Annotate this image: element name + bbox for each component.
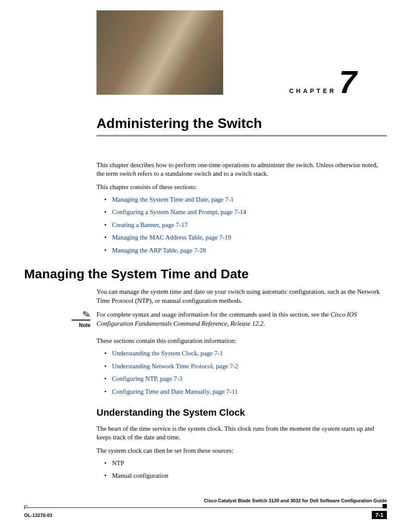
title-rule <box>97 135 387 137</box>
sections-list: Managing the System Time and Date, page … <box>104 196 387 255</box>
footer-document-id: OL-13270-03 <box>24 513 52 518</box>
list-item: Managing the MAC Address Table, page 7-1… <box>104 233 387 242</box>
subsection-link[interactable]: Configuring NTP, page 7-3 <box>112 375 182 382</box>
section-link[interactable]: Creating a Banner, page 7-17 <box>112 221 188 228</box>
note-label: Note <box>79 322 90 328</box>
section-link[interactable]: Managing the ARP Table, page 7-28 <box>112 247 206 254</box>
sources-list: NTP Manual configuration <box>104 459 387 480</box>
list-item: NTP <box>104 459 387 468</box>
intro-paragraph-2: This chapter consists of these sections: <box>97 183 387 191</box>
list-item: Configuring a System Name and Prompt, pa… <box>104 208 387 217</box>
list-item: Managing the System Time and Date, page … <box>104 196 387 204</box>
managing-p1: You can manage the system time and date … <box>97 287 387 305</box>
subsection-link[interactable]: Understanding the System Clock, page 7-1 <box>112 350 223 357</box>
pencil-icon: ✎ <box>82 309 91 320</box>
list-item: Understanding the System Clock, page 7-1 <box>104 349 387 358</box>
chapter-title: Administering the Switch <box>97 115 387 131</box>
page-footer: Cisco Catalyst Blade Switch 3130 and 303… <box>24 506 387 519</box>
list-item: Managing the ARP Table, page 7-28 <box>104 246 387 255</box>
footer-rule <box>24 507 387 508</box>
clock-p1: The heart of the time service is the sys… <box>97 424 387 442</box>
heading-system-clock: Understanding the System Clock <box>97 407 387 418</box>
subsection-link[interactable]: Understanding Network Time Protocol, pag… <box>112 363 238 370</box>
section-link[interactable]: Managing the System Time and Date, page … <box>112 196 234 203</box>
list-item: Creating a Banner, page 7-17 <box>104 221 387 230</box>
note-text-a: For complete syntax and usage informatio… <box>97 311 330 318</box>
list-item: Configuring NTP, page 7-3 <box>104 375 387 383</box>
section-link[interactable]: Managing the MAC Address Table, page 7-1… <box>112 234 231 241</box>
heading-managing-time: Managing the System Time and Date <box>24 267 387 281</box>
footer-square <box>383 504 387 508</box>
clock-p2: The system clock can then be set from th… <box>97 446 387 455</box>
note-text-b: . <box>263 320 265 327</box>
note-rule: ✎ <box>72 310 90 320</box>
managing-p2: These sections contain this configuratio… <box>97 336 387 345</box>
note-body: For complete syntax and usage informatio… <box>97 310 387 328</box>
chapter-label: CHAPTER <box>289 87 336 94</box>
note-block: ✎ Note For complete syntax and usage inf… <box>24 310 387 329</box>
intro-paragraph-1: This chapter describes how to perform on… <box>97 161 387 178</box>
list-item: Understanding Network Time Protocol, pag… <box>104 362 387 371</box>
chapter-photo <box>97 10 223 95</box>
chapter-header: CHAPTER 7 <box>97 10 357 95</box>
chapter-number: 7 <box>339 69 357 95</box>
intro-p1-b: refers to a standalone switch and to a s… <box>136 170 268 177</box>
footer-page-number: 7-1 <box>372 511 387 519</box>
subsections-list: Understanding the System Clock, page 7-1… <box>104 349 387 396</box>
list-item: Manual configuration <box>104 472 387 480</box>
intro-p1-italic: switch <box>119 170 136 177</box>
footer-guide-title: Cisco Catalyst Blade Switch 3130 and 303… <box>204 498 387 503</box>
section-link[interactable]: Configuring a System Name and Prompt, pa… <box>112 208 246 215</box>
source-item: NTP <box>112 460 124 467</box>
chapter-marker: CHAPTER 7 <box>289 69 357 95</box>
source-item: Manual configuration <box>112 472 168 479</box>
subsection-link[interactable]: Configuring Time and Date Manually, page… <box>112 388 238 395</box>
list-item: Configuring Time and Date Manually, page… <box>104 388 387 396</box>
